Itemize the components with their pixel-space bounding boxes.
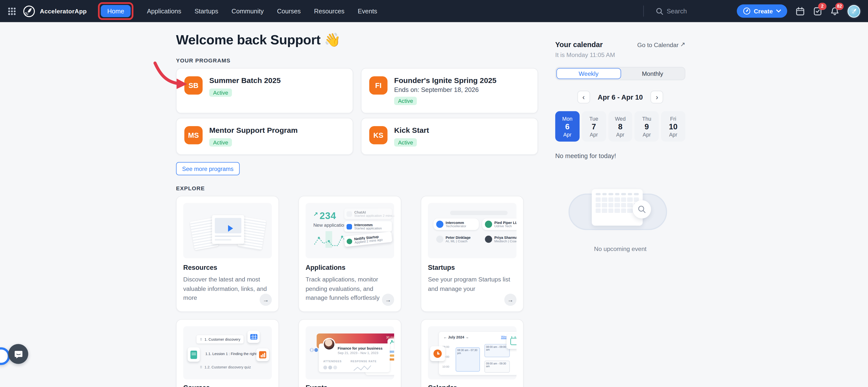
- event-speaker-avatar: [324, 339, 334, 349]
- day-tile-thu[interactable]: Thu9Apr: [634, 111, 659, 142]
- nav-tab-resources[interactable]: Resources: [314, 8, 344, 14]
- card-description: See your program Startups list and manag…: [428, 275, 516, 293]
- nav-tab-community[interactable]: Community: [231, 8, 264, 14]
- explore-card-calendar[interactable]: ← July 2024 → WeekDay 08:00 09:00 10:00 …: [421, 319, 524, 387]
- calendar-icon: [796, 6, 805, 16]
- drag-handle-icon: ⠿: [200, 365, 203, 369]
- startup-chip: IntercommTechcellerator: [434, 218, 479, 230]
- nav-left: AcceleratorApp Home Applications Startup…: [8, 2, 384, 20]
- card-title: Courses: [183, 384, 272, 387]
- card-description: Track applications, monitor pending eval…: [306, 275, 394, 302]
- program-avatar: MS: [184, 126, 203, 144]
- rocket-logo-icon: [23, 5, 35, 17]
- trend-up-icon: ↗: [313, 211, 318, 217]
- program-name: Founder's Ignite Spring 2025: [394, 76, 496, 84]
- arrow-right-icon[interactable]: →: [260, 293, 272, 306]
- card-description: Discover the latest and most valuable in…: [183, 275, 272, 302]
- brand-name: AcceleratorApp: [40, 8, 87, 14]
- program-status-badge: Active: [394, 97, 417, 105]
- programs-grid: SB Summer Batch 2025 Active FI Founder's…: [176, 68, 538, 155]
- go-to-calendar-link[interactable]: Go to Calendar↗: [638, 41, 685, 48]
- application-chip: Netlify StartupApplied 2 mins ago: [344, 232, 392, 247]
- startup-chip: Pied Piper LLCUdrive Tech: [482, 218, 516, 230]
- program-card-mentor-support[interactable]: MS Mentor Support Program Active: [176, 118, 353, 155]
- nav-divider: [643, 5, 644, 16]
- weekly-tab[interactable]: Weekly: [556, 68, 621, 79]
- doc-tile-icon: [188, 347, 200, 362]
- card-title: Calendar: [428, 384, 516, 387]
- search-icon: [656, 7, 663, 14]
- explore-card-startups[interactable]: IntercommTechcellerator Pied Piper LLCUd…: [421, 196, 524, 312]
- program-name: Mentor Support Program: [209, 126, 298, 134]
- arrow-right-icon[interactable]: →: [504, 293, 516, 306]
- day-tile-wed[interactable]: Wed8Apr: [608, 111, 632, 142]
- annotation-red-box: Home: [98, 2, 133, 20]
- notifications-button[interactable]: 82: [830, 6, 839, 16]
- program-card-summer-batch[interactable]: SB Summer Batch 2025 Active: [176, 68, 353, 113]
- sheet-tile-icon: [248, 331, 260, 343]
- explore-card-applications[interactable]: ↗234 New applications ChatAIStarted appl…: [298, 196, 401, 312]
- calendar-sidebar: Your calendar Go to Calendar↗ It is Mond…: [555, 22, 685, 252]
- chat-bubble-icon: [13, 349, 23, 359]
- day-tile-fri[interactable]: Fri10Apr: [661, 111, 685, 142]
- current-time-text: It is Monday 11:05 AM: [555, 51, 685, 58]
- user-avatar[interactable]: [847, 5, 860, 17]
- video-thumbnail: [212, 215, 244, 244]
- program-card-kick-start[interactable]: KS Kick Start Active: [361, 118, 538, 155]
- day-tile-mon[interactable]: Mon6Apr: [555, 111, 580, 142]
- week-range-label: Apr 6 - Apr 10: [598, 93, 643, 101]
- top-nav: AcceleratorApp Home Applications Startup…: [0, 0, 868, 22]
- view-toggle: Weekly Monthly: [555, 67, 685, 80]
- program-name: Kick Start: [394, 126, 429, 134]
- program-status-badge: Active: [209, 89, 232, 97]
- nav-tab-startups[interactable]: Startups: [194, 8, 218, 14]
- events-illustration: 30 min ⚇⚉ REGISTERED Finance for your bu…: [306, 326, 394, 379]
- main-content: Welcome back Support 👋 YOUR PROGRAMS SB …: [176, 22, 538, 387]
- prev-week-button[interactable]: ‹: [577, 91, 590, 103]
- nav-tab-home[interactable]: Home: [101, 5, 131, 17]
- program-avatar: FI: [369, 76, 388, 95]
- explore-label: EXPLORE: [176, 185, 538, 191]
- attendees-icon: ⚇⚉: [310, 347, 318, 353]
- magnifier-icon: [633, 200, 651, 218]
- see-more-programs-button[interactable]: See more programs: [176, 162, 240, 175]
- explore-grid: Resources Discover the latest and most v…: [176, 196, 538, 387]
- chat-launcher-button[interactable]: [8, 344, 28, 364]
- search-label: Search: [666, 8, 687, 14]
- explore-card-events[interactable]: 30 min ⚇⚉ REGISTERED Finance for your bu…: [298, 319, 401, 387]
- card-title: Events: [306, 384, 394, 387]
- next-week-button[interactable]: ›: [651, 91, 663, 103]
- program-avatar: SB: [184, 76, 203, 95]
- arrow-up-right-icon: ↗: [680, 41, 685, 48]
- application-chip: IntercommStarted application: [344, 221, 392, 232]
- create-button[interactable]: Create: [737, 4, 787, 18]
- nav-tab-events[interactable]: Events: [358, 8, 377, 14]
- startups-illustration: IntercommTechcellerator Pied Piper LLCUd…: [428, 203, 516, 258]
- program-avatar: KS: [369, 126, 388, 144]
- program-card-founders-ignite[interactable]: FI Founder's Ignite Spring 2025 Ends on:…: [361, 68, 538, 113]
- sidebar-title: Your calendar: [555, 40, 602, 48]
- explore-card-resources[interactable]: Resources Discover the latest and most v…: [176, 196, 279, 312]
- program-status-badge: Active: [209, 138, 232, 146]
- application-chip: ChatAIStarted application 2 mins ago: [344, 209, 392, 219]
- calendar-nav-button[interactable]: [796, 6, 805, 16]
- card-title: Startups: [428, 264, 516, 272]
- program-status-badge: Active: [394, 138, 417, 146]
- mentor-chip: Peter DinklageAI, ML | Coach: [434, 234, 479, 245]
- avatar-rocket-icon: [850, 8, 857, 14]
- search-input[interactable]: Search: [656, 7, 687, 14]
- resources-illustration: [183, 203, 272, 258]
- clock-tile-icon: [430, 346, 445, 361]
- nav-tab-courses[interactable]: Courses: [277, 8, 301, 14]
- day-picker: Mon6Apr Tue7Apr Wed8Apr Thu9Apr Fri10Apr: [555, 111, 685, 142]
- arrow-right-icon[interactable]: →: [382, 293, 394, 306]
- nav-tab-applications[interactable]: Applications: [147, 8, 181, 14]
- monthly-tab[interactable]: Monthly: [621, 68, 684, 79]
- card-title: Resources: [183, 264, 272, 272]
- explore-card-courses[interactable]: ⠿ 1. Customer discovery 1.1. Lession 1 :…: [176, 319, 279, 387]
- day-tile-tue[interactable]: Tue7Apr: [582, 111, 606, 142]
- app-grid-icon[interactable]: [8, 7, 16, 15]
- empty-calendar-illustration: [555, 185, 685, 238]
- nav-right: Search Create 2 82: [643, 4, 860, 18]
- tasks-button[interactable]: 2: [813, 6, 822, 16]
